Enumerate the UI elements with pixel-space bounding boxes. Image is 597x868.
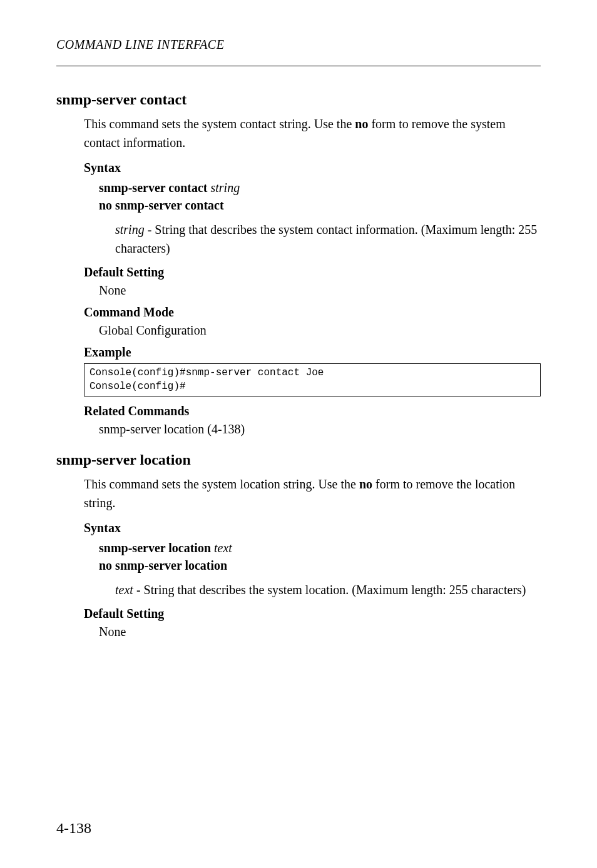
syntax-label-1: Syntax bbox=[84, 161, 541, 175]
param-block-contact: string - String that describes the syste… bbox=[115, 220, 541, 258]
param-text-2: - String that describes the system locat… bbox=[133, 583, 526, 597]
intro-bold: no bbox=[355, 117, 368, 131]
related-value-1: snmp-server location (4-138) bbox=[99, 422, 541, 437]
default-value-2: None bbox=[99, 625, 541, 639]
syntax-italic-1a: string bbox=[210, 181, 240, 194]
page-header: COMMAND LINE INTERFACE bbox=[56, 38, 541, 52]
header-rule bbox=[56, 66, 541, 66]
param-italic-1: string bbox=[115, 223, 145, 236]
intro-part1-2: This command sets the system location st… bbox=[84, 477, 359, 491]
syntax-line2-location: no snmp-server location bbox=[99, 557, 541, 574]
syntax-line1-location: snmp-server location text bbox=[99, 539, 541, 557]
related-label-1: Related Commands bbox=[84, 404, 541, 418]
intro-text-contact: This command sets the system contact str… bbox=[84, 114, 541, 152]
section-heading-location: snmp-server location bbox=[56, 452, 541, 468]
syntax-bold-1b: no snmp-server contact bbox=[99, 198, 224, 212]
command-mode-value-1: Global Configuration bbox=[99, 323, 541, 338]
intro-part1: This command sets the system contact str… bbox=[84, 117, 355, 131]
param-text-1: - String that describes the system conta… bbox=[115, 223, 537, 255]
param-block-location: text - String that describes the system … bbox=[115, 580, 541, 599]
command-mode-label-1: Command Mode bbox=[84, 305, 541, 320]
default-value-1: None bbox=[99, 283, 541, 298]
intro-text-location: This command sets the system location st… bbox=[84, 475, 541, 512]
default-label-1: Default Setting bbox=[84, 265, 541, 280]
syntax-label-2: Syntax bbox=[84, 521, 541, 535]
intro-bold-2: no bbox=[359, 477, 372, 491]
syntax-bold-2a: snmp-server location bbox=[99, 541, 211, 555]
param-italic-2: text bbox=[115, 583, 133, 597]
syntax-line1-contact: snmp-server contact string bbox=[99, 179, 541, 196]
syntax-italic-2a: text bbox=[214, 541, 232, 555]
example-label-1: Example bbox=[84, 345, 541, 360]
example-code-1: Console(config)#snmp-server contact Joe … bbox=[84, 363, 541, 396]
syntax-bold-1a: snmp-server contact bbox=[99, 181, 207, 194]
page-number: 4-138 bbox=[56, 820, 91, 837]
syntax-bold-2b: no snmp-server location bbox=[99, 558, 227, 572]
section-heading-contact: snmp-server contact bbox=[56, 91, 541, 108]
syntax-line2-contact: no snmp-server contact bbox=[99, 196, 541, 214]
default-label-2: Default Setting bbox=[84, 607, 541, 621]
